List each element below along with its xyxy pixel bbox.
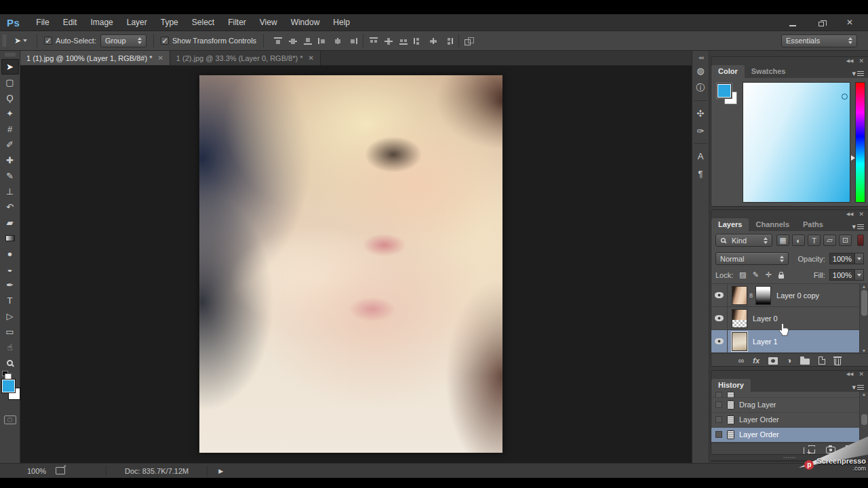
new-adjustment-layer-icon[interactable]: ◑	[787, 356, 791, 365]
color-spectrum-box[interactable]	[743, 82, 850, 203]
lasso-tool[interactable]: Ϙ	[1, 90, 19, 106]
tab-paths[interactable]: Paths	[796, 218, 830, 231]
scroll-up-icon[interactable]: ▲	[862, 392, 867, 396]
gradient-tool[interactable]	[1, 230, 19, 246]
tab-channels[interactable]: Channels	[749, 218, 796, 231]
spot-healing-brush-tool[interactable]: ✚	[1, 152, 19, 168]
tool-presets-panel-icon[interactable]: ✑	[692, 123, 709, 139]
menu-window[interactable]: Window	[284, 18, 327, 27]
menu-layer[interactable]: Layer	[120, 18, 154, 27]
workspace-switcher-dropdown[interactable]: Essentials	[781, 35, 857, 47]
fill-dropdown-icon[interactable]	[855, 269, 864, 281]
history-source-checkbox[interactable]	[715, 416, 722, 423]
dodge-tool[interactable]: ◒	[1, 262, 19, 277]
align-left-edges-icon[interactable]	[317, 37, 328, 45]
collapse-panel-icon[interactable]: ◀◀	[846, 211, 854, 217]
new-layer-icon[interactable]	[818, 357, 825, 365]
quick-mask-mode-button[interactable]	[4, 415, 16, 424]
close-tab-icon[interactable]: ✕	[157, 54, 163, 62]
layer-visibility-toggle[interactable]	[711, 330, 728, 352]
foreground-color-swatch[interactable]	[717, 83, 732, 98]
distribute-left-edges-icon[interactable]	[413, 37, 424, 45]
scrollbar-thumb[interactable]	[861, 290, 867, 316]
menu-select[interactable]: Select	[185, 18, 221, 27]
close-tab-icon[interactable]: ✕	[308, 54, 313, 62]
document-canvas-image[interactable]	[199, 75, 502, 453]
collapse-panel-icon[interactable]: ◀◀	[846, 371, 854, 377]
pixel-filter-icon[interactable]: ▦	[776, 235, 789, 246]
collapse-panel-icon[interactable]: ◀◀	[846, 58, 854, 64]
distribute-right-edges-icon[interactable]	[443, 37, 454, 45]
menu-file[interactable]: File	[29, 18, 56, 27]
opacity-dropdown-icon[interactable]	[855, 253, 864, 264]
close-button[interactable]: ✕	[841, 18, 859, 28]
auto-select-checkbox[interactable]: ✓	[44, 37, 52, 45]
eyedropper-tool[interactable]: ✐	[1, 137, 19, 152]
menu-help[interactable]: Help	[326, 18, 357, 27]
menu-filter[interactable]: Filter	[221, 18, 253, 27]
paragraph-panel-icon[interactable]: ¶	[692, 165, 709, 182]
magic-wand-tool[interactable]: ✦	[1, 106, 19, 121]
type-tool[interactable]: T	[1, 293, 19, 308]
brush-presets-panel-icon[interactable]: ✣	[692, 105, 709, 121]
color-picker-marker[interactable]	[842, 94, 848, 100]
distribute-horizontal-centers-icon[interactable]	[428, 37, 439, 45]
delete-layer-icon[interactable]	[834, 359, 841, 365]
document-tab-1[interactable]: 1 (1).jpg @ 100% (Layer 1, RGB/8#) *✕	[20, 51, 170, 65]
zoom-level[interactable]: 100%	[27, 467, 46, 475]
tab-color[interactable]: Color	[711, 65, 745, 78]
layer-thumbnail[interactable]	[732, 332, 747, 351]
default-colors-icon[interactable]	[2, 371, 8, 376]
shape-filter-icon[interactable]: ▱	[823, 235, 836, 246]
layer-visibility-toggle[interactable]	[711, 307, 728, 329]
share-icon[interactable]	[56, 467, 65, 474]
tool-preset-caret-icon[interactable]	[23, 39, 27, 42]
layer-mask-thumbnail[interactable]	[755, 286, 771, 305]
brush-tool[interactable]: ✎	[1, 168, 19, 184]
layer-thumbnail[interactable]	[732, 309, 747, 328]
close-panel-icon[interactable]: ✕	[859, 371, 864, 378]
close-panel-icon[interactable]: ✕	[859, 211, 864, 218]
opacity-value[interactable]: 100%	[829, 253, 855, 264]
path-selection-tool[interactable]: ▷	[1, 308, 19, 324]
menu-type[interactable]: Type	[154, 18, 185, 27]
history-source-checkbox[interactable]	[715, 392, 722, 398]
tab-history[interactable]: History	[711, 379, 751, 392]
scrollbar-thumb[interactable]	[861, 414, 867, 425]
filter-toggle-switch[interactable]	[857, 235, 864, 246]
distribute-bottom-edges-icon[interactable]	[398, 37, 409, 45]
character-panel-icon[interactable]: A	[692, 148, 709, 164]
auto-select-target-dropdown[interactable]: Group	[100, 35, 146, 47]
hue-slider-arrow-icon[interactable]	[851, 155, 855, 161]
scroll-up-icon[interactable]: ▲	[862, 284, 867, 289]
lock-image-pixels-icon[interactable]: ✎	[750, 270, 761, 280]
lock-all-icon[interactable]	[776, 270, 787, 280]
lock-position-icon[interactable]: ✛	[763, 270, 774, 280]
strip-collapse-icon[interactable]: ◀◀	[698, 55, 703, 60]
history-source-checkbox[interactable]	[715, 431, 722, 438]
eraser-tool[interactable]: ▰	[1, 215, 19, 230]
tab-layers[interactable]: Layers	[711, 218, 749, 231]
new-group-icon[interactable]	[800, 359, 810, 365]
fill-value[interactable]: 100%	[829, 269, 855, 281]
rectangular-marquee-tool[interactable]: ▢	[1, 75, 19, 90]
history-state-row[interactable]: Layer Order	[711, 413, 859, 428]
menu-edit[interactable]: Edit	[56, 18, 84, 27]
align-vertical-centers-icon[interactable]	[288, 37, 298, 45]
show-transform-controls-checkbox[interactable]: ✓	[161, 37, 169, 45]
type-filter-icon[interactable]: T	[808, 235, 821, 246]
hue-ramp[interactable]	[855, 82, 865, 203]
blend-mode-dropdown[interactable]: Normal	[715, 252, 789, 265]
document-tab-2[interactable]: 1 (2).jpg @ 33.3% (Layer 0, RGB/8*) *✕	[170, 51, 321, 65]
layer-style-fx-icon[interactable]: fx	[753, 357, 760, 365]
mini-bridge-panel-icon[interactable]: ◍	[692, 62, 709, 79]
smart-object-filter-icon[interactable]: ⊡	[839, 235, 852, 246]
history-state-row[interactable]: Drag Layer	[711, 398, 859, 413]
hand-tool[interactable]: ☝	[1, 340, 19, 355]
filter-kind-dropdown[interactable]: Kind	[715, 234, 772, 247]
lock-transparent-pixels-icon[interactable]: ▨	[737, 270, 748, 280]
restore-button[interactable]	[812, 18, 830, 28]
foreground-color-swatch[interactable]	[1, 379, 16, 393]
scroll-down-icon[interactable]: ▼	[862, 348, 867, 353]
add-layer-mask-icon[interactable]	[768, 357, 778, 365]
